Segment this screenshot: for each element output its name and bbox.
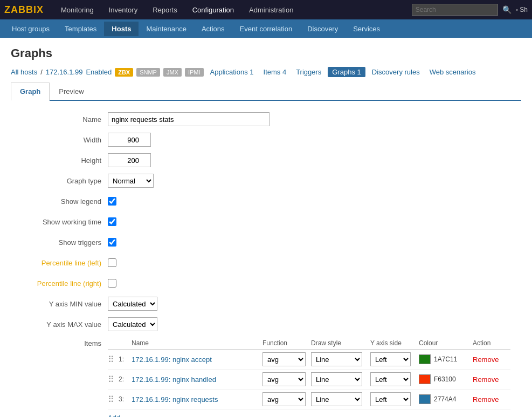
graph-type-row: Graph type Normal Stacked Pie Exploded [22, 173, 510, 188]
percentile-left-row: Percentile line (left) [22, 255, 510, 270]
show-triggers-checkbox[interactable] [108, 238, 116, 247]
item-yaxisside-select-3[interactable]: Left Right [370, 392, 411, 406]
width-label: Width [22, 136, 108, 144]
show-legend-checkbox[interactable] [108, 197, 116, 206]
item-function-1: avg min max all [262, 352, 311, 366]
graph-type-label: Graph type [22, 177, 108, 185]
show-legend-label: Show legend [22, 197, 108, 206]
badge-zbx[interactable]: ZBX [115, 68, 133, 77]
drag-handle-3[interactable]: ⠿ [108, 394, 119, 405]
item-colour-2: F63100 [419, 374, 473, 384]
all-hosts-link[interactable]: All hosts [11, 68, 37, 76]
subnav-services[interactable]: Services [346, 22, 388, 36]
tab-applications[interactable]: Applications 1 [207, 67, 257, 77]
nav-reports[interactable]: Reports [146, 3, 184, 17]
name-row: Name [22, 112, 510, 127]
percentile-right-checkbox[interactable] [108, 279, 116, 288]
colour-swatch-2[interactable] [419, 374, 431, 384]
item-name-link-1[interactable]: 172.16.1.99: nginx accept [129, 356, 262, 364]
graph-type-select[interactable]: Normal Stacked Pie Exploded [108, 174, 154, 188]
sub-navigation: Host groups Templates Hosts Maintenance … [0, 19, 532, 38]
search-icon: 🔍 [502, 5, 512, 14]
user-badge[interactable]: ▫ Sh [516, 6, 528, 13]
subnav-event-correlation[interactable]: Event correlation [232, 22, 300, 36]
host-ip-link[interactable]: 172.16.1.99 [46, 68, 83, 76]
name-input[interactable] [108, 112, 270, 126]
percentile-right-row: Percentile line (right) [22, 276, 510, 291]
subnav-hosts[interactable]: Hosts [104, 22, 139, 36]
tab-triggers[interactable]: Triggers [293, 67, 324, 77]
item-function-select-1[interactable]: avg min max all [262, 352, 306, 366]
item-function-2: avg min max all [262, 372, 311, 386]
top-nav-items: Monitoring Inventory Reports Configurati… [54, 3, 300, 17]
item-drawstyle-select-1[interactable]: Line Filled region Bold line Dot Dashed … [311, 352, 362, 366]
item-name-link-3[interactable]: 172.16.1.99: nginx requests [129, 395, 262, 404]
subnav-host-groups[interactable]: Host groups [4, 22, 57, 36]
show-working-time-checkbox[interactable] [108, 217, 116, 226]
tab-preview[interactable]: Preview [50, 83, 93, 100]
tab-graph[interactable]: Graph [11, 83, 50, 101]
badge-jmx[interactable]: JMX [163, 68, 182, 77]
item-yaxisside-select-1[interactable]: Left Right [370, 352, 411, 366]
nav-configuration[interactable]: Configuration [186, 3, 240, 17]
search-input[interactable] [412, 4, 498, 16]
item-drawstyle-2: Line Filled region Bold line Dot Dashed … [311, 372, 370, 386]
num-col-header [119, 339, 129, 347]
subnav-maintenance[interactable]: Maintenance [139, 22, 194, 36]
item-drawstyle-select-3[interactable]: Line Filled region Bold line Dot Dashed … [311, 392, 362, 406]
y-axis-min-label: Y axis MIN value [22, 300, 108, 308]
nav-administration[interactable]: Administration [243, 3, 300, 17]
nav-inventory[interactable]: Inventory [102, 3, 144, 17]
item-function-select-2[interactable]: avg min max all [262, 372, 306, 386]
show-legend-row: Show legend [22, 194, 510, 209]
colour-swatch-1[interactable] [419, 354, 431, 364]
y-axis-min-select[interactable]: Calculated Fixed Item [108, 297, 157, 311]
subnav-discovery[interactable]: Discovery [300, 22, 346, 36]
items-label: Items [22, 337, 108, 347]
item-name-link-2[interactable]: 172.16.1.99: nginx handled [129, 375, 262, 384]
width-input[interactable] [108, 133, 151, 147]
colour-value-3: 2774A4 [434, 395, 456, 403]
percentile-right-label: Percentile line (right) [22, 279, 108, 288]
view-tabs: Graph Preview [11, 83, 521, 101]
percentile-left-checkbox[interactable] [108, 258, 116, 267]
table-row: ⠿ 1: 172.16.1.99: nginx accept avg min m… [108, 350, 510, 370]
breadcrumb-sep1: / [40, 68, 43, 76]
badge-snmp[interactable]: SNMP [136, 68, 160, 77]
colour-swatch-3[interactable] [419, 394, 431, 404]
tab-web-scenarios[interactable]: Web scenarios [426, 67, 479, 77]
remove-item-1[interactable]: Remove [473, 356, 499, 364]
tab-items[interactable]: Items 4 [260, 67, 290, 77]
tab-graphs[interactable]: Graphs 1 [328, 67, 365, 77]
height-input[interactable] [108, 153, 151, 167]
item-function-select-3[interactable]: avg min max all [262, 392, 306, 406]
top-nav-search: 🔍 ▫ Sh [412, 4, 528, 16]
item-num-3: 3: [119, 395, 129, 403]
remove-item-3[interactable]: Remove [473, 395, 499, 404]
add-item-link[interactable]: Add [108, 414, 120, 417]
height-row: Height [22, 153, 510, 168]
width-row: Width [22, 132, 510, 147]
nav-monitoring[interactable]: Monitoring [54, 3, 100, 17]
drag-handle-2[interactable]: ⠿ [108, 374, 119, 385]
table-row: ⠿ 2: 172.16.1.99: nginx handled avg min … [108, 370, 510, 389]
item-drawstyle-select-2[interactable]: Line Filled region Bold line Dot Dashed … [311, 372, 362, 386]
y-axis-max-row: Y axis MAX value Calculated Fixed Item [22, 317, 510, 332]
colour-col-header: Colour [419, 339, 473, 347]
drag-handle-1[interactable]: ⠿ [108, 354, 119, 365]
y-axis-max-select[interactable]: Calculated Fixed Item [108, 317, 157, 331]
subnav-actions[interactable]: Actions [194, 22, 232, 36]
name-label: Name [22, 115, 108, 124]
table-row: ⠿ 3: 172.16.1.99: nginx requests avg min… [108, 389, 510, 409]
tab-discovery-rules[interactable]: Discovery rules [369, 67, 423, 77]
y-axis-min-row: Y axis MIN value Calculated Fixed Item [22, 296, 510, 311]
yaxisside-col-header: Y axis side [370, 339, 419, 347]
zabbix-logo: ZABBIX [4, 4, 44, 16]
item-action-3: Remove [473, 395, 510, 404]
subnav-templates[interactable]: Templates [57, 22, 104, 36]
item-yaxisside-select-2[interactable]: Left Right [370, 372, 411, 386]
remove-item-2[interactable]: Remove [473, 375, 499, 384]
badge-ipmi[interactable]: IPMI [185, 68, 204, 77]
function-col-header: Function [262, 339, 311, 347]
colour-value-2: F63100 [434, 375, 456, 383]
